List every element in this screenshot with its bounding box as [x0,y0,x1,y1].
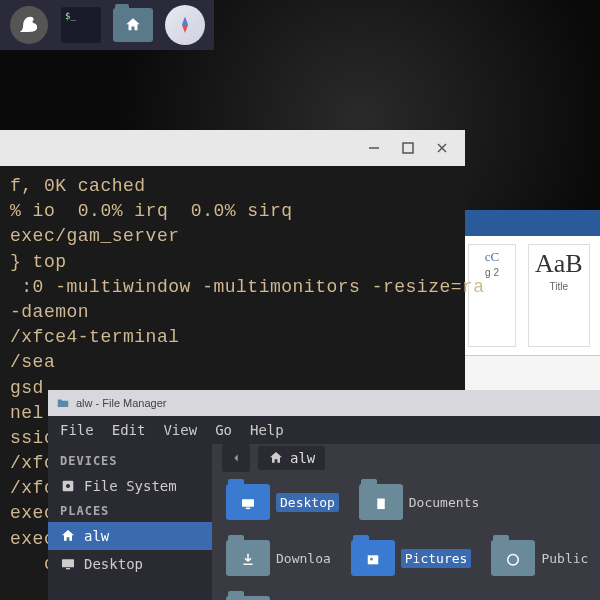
folder-documents[interactable]: Documents [359,484,479,520]
terminal-line: exec/gam_server [10,224,455,249]
sidebar-item-filesystem[interactable]: File System [48,472,212,500]
svg-rect-8 [62,559,74,567]
back-button[interactable] [222,444,250,472]
path-text: alw [290,450,315,466]
menu-view[interactable]: View [163,422,197,438]
fm-icon-grid[interactable]: DesktopDocumentsDownloaPicturesPublicTem… [212,472,600,600]
terminal-line: -daemon [10,300,455,325]
minimize-button[interactable] [367,141,381,155]
swan-icon [10,6,48,44]
sidebar-section-places: PLACES [48,500,212,522]
svg-point-15 [508,555,519,566]
dock-app-menu[interactable] [6,4,52,46]
terminal-icon: $_ [61,7,101,43]
maximize-button[interactable] [401,141,415,155]
dock-terminal[interactable]: $_ [58,4,104,46]
svg-rect-9 [66,568,70,569]
menu-help[interactable]: Help [250,422,284,438]
folder-icon [351,540,395,576]
fm-menubar: File Edit View Go Help [48,416,600,444]
folder-label: Documents [409,495,479,510]
svg-rect-10 [242,499,254,507]
terminal-line: } top [10,250,455,275]
sidebar-item-home[interactable]: alw [48,522,212,550]
svg-rect-12 [377,499,385,510]
disk-icon [60,478,76,494]
folder-pictures[interactable]: Pictures [351,540,472,576]
folder-icon [56,396,70,410]
folder-icon [359,484,403,520]
folder-label: Downloa [276,551,331,566]
folder-label: Desktop [276,493,339,512]
terminal-titlebar[interactable] [0,130,465,166]
svg-point-7 [66,484,70,488]
fm-sidebar: DEVICES File System PLACES alw Desktop [48,444,212,600]
svg-rect-13 [368,555,379,564]
folder-desktop[interactable]: Desktop [226,484,339,520]
folder-label: Pictures [401,549,472,568]
close-button[interactable] [435,141,449,155]
dock-file-manager[interactable] [110,4,156,46]
menu-go[interactable]: Go [215,422,232,438]
svg-rect-11 [246,508,251,510]
terminal-line: :0 -multiwindow -multimonitors -resize=r… [10,275,455,300]
word-processor-window[interactable]: Al cC g 2 AaB Title AaBb Subt [460,210,600,390]
compass-icon [165,5,205,45]
word-titlebar[interactable]: Al [460,210,600,236]
fm-main-pane: alw DesktopDocumentsDownloaPicturesPubli… [212,444,600,600]
terminal-line: /sea [10,350,455,375]
svg-point-14 [370,558,373,561]
fm-toolbar: alw [212,444,600,472]
folder-public[interactable]: Public [491,540,588,576]
folder-icon [226,596,270,600]
menu-edit[interactable]: Edit [112,422,146,438]
fm-titlebar[interactable]: alw - File Manager [48,390,600,416]
taskbar-dock: $_ [0,0,214,50]
menu-file[interactable]: File [60,422,94,438]
terminal-line: /xfce4-terminal [10,325,455,350]
folder-icon [491,540,535,576]
folder-downloa[interactable]: Downloa [226,540,331,576]
folder-icon [113,8,153,42]
folder-icon [226,484,270,520]
folder-icon [226,540,270,576]
desktop-icon [60,556,76,572]
sidebar-section-devices: DEVICES [48,450,212,472]
style-title[interactable]: AaB Title [528,244,590,347]
sidebar-item-desktop[interactable]: Desktop [48,550,212,578]
folder-templat[interactable]: Templat [226,596,331,600]
home-icon [60,528,76,544]
home-icon [268,450,284,466]
file-manager-window[interactable]: alw - File Manager File Edit View Go Hel… [48,390,600,600]
svg-rect-3 [403,143,413,153]
terminal-line: % io 0.0% irq 0.0% sirq [10,199,455,224]
svg-marker-1 [182,17,188,25]
path-bar[interactable]: alw [258,446,325,470]
folder-label: Public [541,551,588,566]
dock-browser[interactable] [162,4,208,46]
fm-title: alw - File Manager [76,397,166,409]
terminal-line: f, 0K cached [10,174,455,199]
